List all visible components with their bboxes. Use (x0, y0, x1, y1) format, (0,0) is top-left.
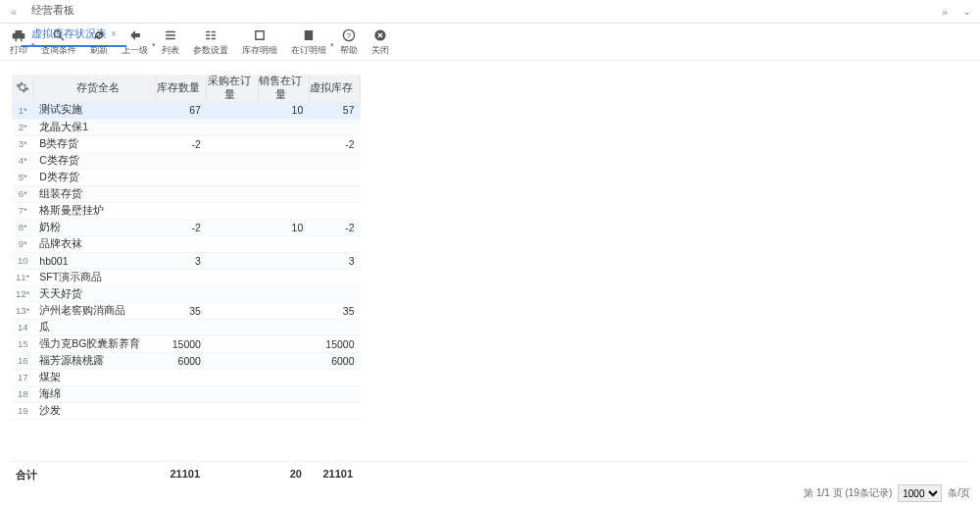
cell-virtual (309, 202, 360, 219)
table-row[interactable]: 16福芳源核桃露60006000 (12, 352, 361, 369)
cell-idx: 15 (12, 335, 33, 352)
cell-name: 瓜 (33, 319, 155, 335)
cell-sale (258, 335, 309, 352)
table-row[interactable]: 14瓜 (12, 319, 361, 335)
cell-purchase (207, 369, 258, 385)
table-row[interactable]: 13*泸州老窖购消商品3535 (12, 302, 361, 319)
table-row[interactable]: 1*测试实施671057 (12, 102, 361, 119)
cell-purchase (207, 169, 258, 185)
settings-header[interactable] (12, 75, 33, 102)
table-row[interactable]: 7*格斯曼壁挂炉 (12, 202, 361, 219)
cell-virtual: 6000 (309, 352, 360, 369)
prev-button[interactable]: 上一级▾ (122, 27, 148, 57)
close-icon (372, 27, 388, 43)
cell-virtual: 35 (309, 302, 360, 319)
page-size-select[interactable]: 1000 (898, 484, 942, 502)
table-row[interactable]: 19沙发 (12, 402, 361, 419)
print-button[interactable]: 打印▾ (10, 27, 27, 57)
batch-button[interactable]: 参数设置 (193, 27, 228, 57)
cell-stock (156, 385, 207, 402)
cell-sale: 10 (258, 102, 309, 119)
cell-virtual (309, 285, 360, 302)
cell-stock (156, 402, 207, 419)
cell-name: 龙晶大保1 (33, 119, 155, 135)
table-row[interactable]: 4*C类存货 (12, 152, 361, 169)
col-sale[interactable]: 销售在订量 (258, 75, 309, 102)
cell-idx: 6* (12, 185, 33, 202)
cell-name: 强力克BG胶囊新养育 (33, 335, 155, 352)
help-icon: ? (341, 27, 357, 43)
tool-label: 关闭 (371, 44, 389, 57)
table-row[interactable]: 11*SFT演示商品 (12, 269, 361, 285)
cell-sale (258, 302, 309, 319)
svg-point-0 (54, 30, 61, 37)
refresh-icon (91, 27, 107, 43)
table-row[interactable]: 17煤架 (12, 369, 361, 385)
cell-sale (258, 135, 309, 152)
cell-purchase (207, 335, 258, 352)
cell-stock (156, 369, 207, 385)
toolbar: 打印▾查询条件刷新上一级▾列表参数设置库存明细在订明细▾?帮助关闭 (0, 24, 980, 61)
page-info: 第 1/1 页 (19条记录) (804, 486, 892, 500)
grid-header-row: 存货全名 库存数量 采购在订量 销售在订量 虚拟库存 (12, 75, 361, 102)
query-button[interactable]: 查询条件 (41, 27, 76, 57)
col-stock[interactable]: 库存数量 (156, 75, 207, 102)
tab-next-icon[interactable]: » (937, 4, 953, 20)
cell-stock: -2 (156, 135, 207, 152)
cell-stock: 6000 (156, 352, 207, 369)
col-name[interactable]: 存货全名 (33, 75, 155, 102)
table-row[interactable]: 9*品牌衣袜 (12, 235, 361, 252)
order-button[interactable]: 在订明细▾ (291, 27, 326, 57)
tool-label: 打印 (10, 44, 27, 57)
table-row[interactable]: 10hb00133 (12, 252, 361, 269)
cell-purchase (207, 152, 258, 169)
cell-sale (258, 202, 309, 219)
detail-icon (252, 27, 268, 43)
cell-sale (258, 352, 309, 369)
tab-prev-icon[interactable]: « (6, 4, 22, 20)
help-button[interactable]: ?帮助 (340, 27, 358, 57)
table-row[interactable]: 15强力克BG胶囊新养育1500015000 (12, 335, 361, 352)
table-row[interactable]: 18海绵 (12, 385, 361, 402)
cell-purchase (207, 285, 258, 302)
table-row[interactable]: 2*龙晶大保1 (12, 119, 361, 135)
tab-1[interactable]: 经营看板 (22, 0, 126, 24)
cell-name: 海绵 (33, 385, 155, 402)
caret-icon: ▾ (31, 41, 35, 49)
tool-label: 刷新 (90, 44, 108, 57)
cell-idx: 2* (12, 119, 33, 135)
table-row[interactable]: 8*奶粉-210-2 (12, 219, 361, 235)
cell-stock (156, 285, 207, 302)
list-button[interactable]: 列表 (162, 27, 179, 57)
cell-idx: 14 (12, 319, 33, 335)
cell-purchase (207, 135, 258, 152)
table-row[interactable]: 6*组装存货 (12, 185, 361, 202)
print-icon (11, 27, 26, 43)
cell-sale (258, 235, 309, 252)
col-purchase[interactable]: 采购在订量 (207, 75, 258, 102)
totals-label: 合计 (12, 468, 39, 483)
table-row[interactable]: 5*D类存货 (12, 169, 361, 185)
table-row[interactable]: 3*B类存货-2-2 (12, 135, 361, 152)
cell-purchase (207, 352, 258, 369)
gear-icon (16, 80, 29, 94)
prev-icon (127, 27, 143, 43)
close-icon[interactable]: × (111, 28, 117, 39)
totals-virtual: 21101 (308, 468, 359, 483)
col-virtual[interactable]: 虚拟库存 (309, 75, 360, 102)
cell-stock: 67 (156, 102, 207, 119)
order-icon (301, 27, 317, 43)
totals-stock: 21101 (155, 468, 206, 483)
cell-sale: 10 (258, 219, 309, 235)
tab-expand-icon[interactable]: ⌄ (958, 4, 974, 20)
close-button[interactable]: 关闭 (371, 27, 389, 57)
table-row[interactable]: 12*天天好货 (12, 285, 361, 302)
cell-idx: 11* (12, 269, 33, 285)
refresh-button[interactable]: 刷新 (90, 27, 108, 57)
cell-virtual (309, 185, 360, 202)
cell-stock: 15000 (156, 335, 207, 352)
cell-sale (258, 402, 309, 419)
detail-button[interactable]: 库存明细 (242, 27, 277, 57)
cell-virtual: 3 (309, 252, 360, 269)
tool-label: 参数设置 (193, 44, 228, 57)
